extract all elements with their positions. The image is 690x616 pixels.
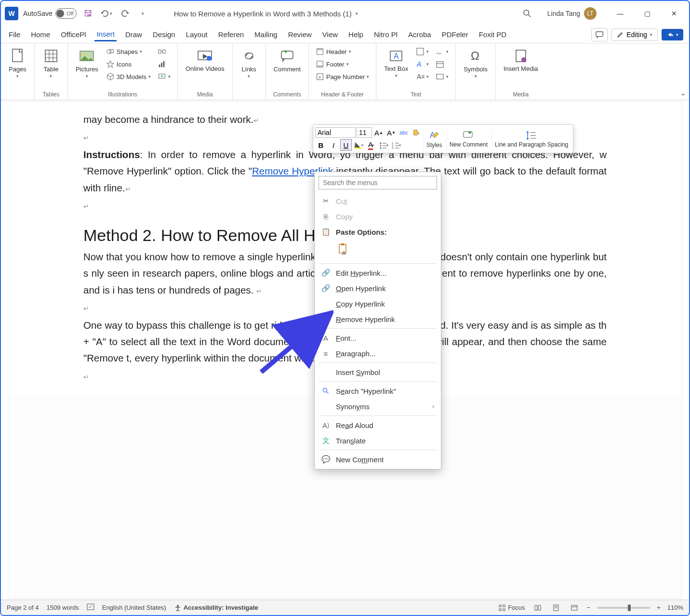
zoom-slider[interactable] [597, 607, 650, 609]
grow-font-button[interactable]: A▲ [373, 127, 385, 138]
tab-draw[interactable]: Draw [123, 28, 144, 40]
tab-insert[interactable]: Insert [94, 28, 117, 41]
tab-references[interactable]: Referen [216, 28, 246, 40]
ctx-translate[interactable]: 文Translate [315, 433, 441, 448]
format-painter-button[interactable] [411, 127, 422, 138]
ctx-copy-hyperlink[interactable]: Copy Hyperlink [315, 296, 441, 311]
zoom-level[interactable]: 110% [667, 604, 683, 611]
smartart-button[interactable] [156, 46, 172, 57]
qat-more[interactable]: ▾ [136, 7, 150, 20]
close-button[interactable]: ✕ [663, 4, 685, 23]
date-time-button[interactable] [434, 59, 451, 69]
pages-button[interactable]: Pages▾ [6, 46, 29, 80]
toggle-switch[interactable]: Off [55, 8, 77, 19]
user-account[interactable]: Linda Tang LT [547, 7, 597, 20]
mini-font-input[interactable] [315, 127, 356, 138]
wordart-button[interactable]: A▾ [414, 59, 431, 69]
links-button[interactable]: Links▾ [238, 46, 261, 80]
insert-media-button[interactable]: Insert Media [501, 46, 541, 73]
document-title[interactable]: How to Remove a Hyperlink in Word with 3… [174, 10, 358, 18]
icons-button[interactable]: Icons [104, 59, 153, 69]
tab-layout[interactable]: Layout [184, 28, 210, 40]
status-focus[interactable]: Focus [498, 604, 525, 612]
web-layout-button[interactable] [569, 603, 580, 613]
chart-button[interactable] [156, 59, 172, 69]
text-box-button[interactable]: A Text Box▾ [381, 46, 411, 82]
editing-mode-button[interactable]: Editing ▾ [611, 28, 658, 41]
comment-button[interactable]: Comment [271, 46, 304, 74]
numbering-button[interactable]: 123▾ [390, 139, 402, 151]
font-color-button[interactable]: A▾ [365, 139, 377, 151]
ctx-copy[interactable]: ⎘Copy [315, 209, 441, 224]
collapse-ribbon-button[interactable]: ⌄ [680, 89, 686, 97]
undo-button[interactable]: ▾ [100, 7, 113, 20]
ctx-read-aloud[interactable]: A)Read Aloud [315, 417, 441, 433]
phonetic-guide-button[interactable]: abc [398, 127, 410, 138]
status-words[interactable]: 1509 words [47, 604, 79, 611]
italic-button[interactable]: I [328, 139, 339, 151]
tab-file[interactable]: File [7, 28, 22, 40]
redo-button[interactable] [118, 7, 132, 20]
maximize-button[interactable]: ▢ [636, 4, 658, 23]
search-button[interactable] [519, 6, 535, 21]
ctx-insert-symbol[interactable]: Insert Symbol [315, 364, 441, 380]
symbols-button[interactable]: Ω Symbols▾ [461, 46, 491, 80]
tab-help[interactable]: Help [346, 28, 365, 40]
ctx-new-comment[interactable]: 💬New Comment [315, 452, 441, 467]
ctx-cut[interactable]: ✂Cut [315, 193, 441, 209]
ctx-remove-hyperlink[interactable]: Remove Hyperlink [315, 311, 441, 327]
mini-size-input[interactable] [357, 127, 372, 138]
object-button[interactable]: ▾ [434, 71, 451, 82]
tab-home[interactable]: Home [29, 28, 52, 40]
context-search-input[interactable]: Search the menus [318, 176, 437, 189]
signature-line-button[interactable]: ▾ [434, 46, 451, 57]
page-number-button[interactable]: #Page Number▾ [314, 71, 371, 82]
status-proofing-icon[interactable] [87, 603, 94, 612]
underline-button[interactable]: U [340, 139, 352, 151]
tab-design[interactable]: Design [151, 28, 177, 40]
mini-styles-button[interactable]: A Styles [423, 127, 445, 151]
tab-nitro[interactable]: Nitro Pl [372, 28, 399, 40]
footer-button[interactable]: Footer▾ [314, 59, 351, 69]
ctx-font[interactable]: AFont... [315, 330, 441, 346]
shrink-font-button[interactable]: A▼ [385, 127, 397, 138]
shapes-button[interactable]: Shapes▾ [104, 46, 153, 57]
comments-pane-button[interactable] [591, 28, 608, 41]
tab-foxit[interactable]: Foxit PD [477, 28, 509, 40]
bullets-button[interactable]: ▾ [378, 139, 389, 151]
tab-view[interactable]: View [320, 28, 340, 40]
bold-button[interactable]: B [315, 139, 327, 151]
screenshot-button[interactable]: ▾ [156, 71, 172, 82]
save-button[interactable]: 🖫 [81, 7, 95, 20]
tab-review[interactable]: Review [286, 28, 314, 40]
print-layout-button[interactable] [550, 603, 562, 613]
ctx-open-hyperlink[interactable]: 🔗Open Hyperlink [315, 281, 441, 296]
ctx-search-hyperlink[interactable]: Search "Hyperlink" [315, 383, 441, 399]
drop-cap-button[interactable]: A≡▾ [414, 71, 431, 82]
pictures-button[interactable]: Pictures▾ [73, 46, 101, 82]
paste-keep-text-button[interactable]: A [336, 241, 350, 258]
zoom-out-button[interactable]: − [587, 604, 591, 611]
status-page[interactable]: Page 2 of 4 [7, 604, 39, 611]
highlight-button[interactable]: ▾ [353, 139, 364, 151]
zoom-in-button[interactable]: + [657, 604, 661, 611]
ctx-paragraph[interactable]: ≡Paragraph... [315, 346, 441, 361]
online-videos-button[interactable]: Online Videos [183, 46, 227, 73]
status-accessibility[interactable]: Accessibility: Investigate [174, 604, 258, 612]
ctx-edit-hyperlink[interactable]: 🔗Edit Hyperlink... [315, 265, 441, 281]
share-button[interactable]: ▾ [662, 29, 683, 40]
autosave-toggle[interactable]: AutoSave Off [23, 8, 77, 19]
tab-mailings[interactable]: Mailing [252, 28, 279, 40]
table-button[interactable]: Table▾ [40, 46, 63, 80]
3d-models-button[interactable]: 3D Models▾ [104, 71, 153, 82]
tab-pdfelement[interactable]: PDFeler [440, 28, 470, 40]
mini-new-comment-button[interactable]: New Comment [446, 127, 491, 151]
minimize-button[interactable]: — [609, 4, 631, 23]
status-language[interactable]: English (United States) [102, 604, 166, 611]
tab-officepl[interactable]: OfficePl [59, 28, 88, 40]
quick-parts-button[interactable]: ▾ [414, 46, 431, 57]
ctx-synonyms[interactable]: Synonyms› [315, 399, 441, 414]
read-mode-button[interactable] [532, 603, 544, 613]
mini-line-spacing-button[interactable]: Line and Paragraph Spacing [491, 127, 571, 151]
tab-acrobat[interactable]: Acroba [406, 28, 433, 40]
